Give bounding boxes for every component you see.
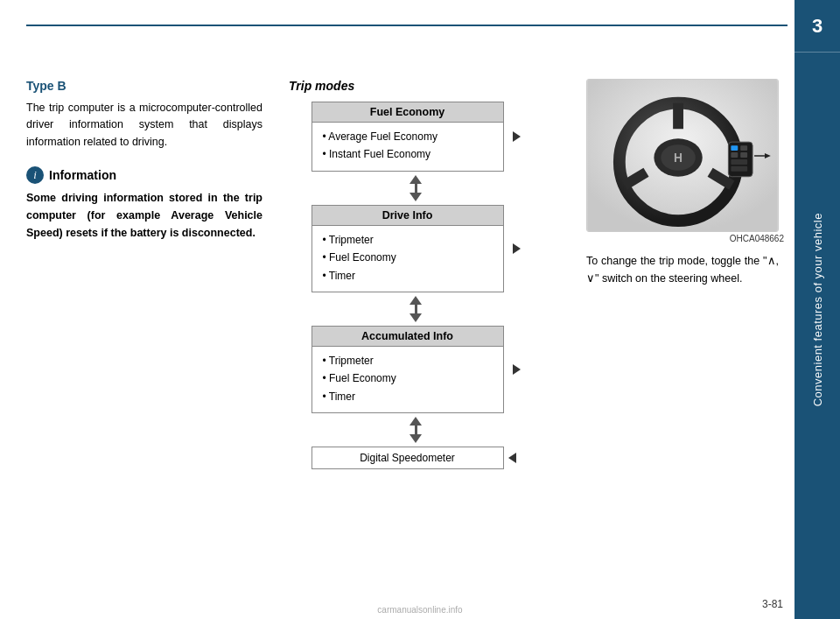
drive-info-body: • Tripmeter • Fuel Economy • Timer [312,226,503,292]
sidebar-tab: 3 Convenient features of your vehicle [794,0,840,619]
sidebar-label: Convenient features of your vehicle [811,213,824,406]
svg-rect-12 [740,152,747,158]
list-item: • Tripmeter [323,231,493,249]
arrow-line [415,305,417,313]
accumulated-info-header: Accumulated Info [312,327,503,347]
list-item: • Timer [323,267,493,285]
list-item: • Fuel Economy [323,369,493,387]
arrow-up-icon [410,417,422,426]
arrow-up-icon [410,296,422,305]
intro-text: The trip computer is a microcomputer-con… [26,100,262,151]
list-item: • Timer [323,388,493,405]
arrow-1 [410,175,422,201]
info-box: i Information Some driving information s… [26,166,262,242]
list-item: • Instant Fuel Economy [323,145,493,163]
arrow-down-icon [410,313,422,322]
steering-wheel-svg: H [587,80,778,231]
info-icon: i [26,166,44,184]
list-item: • Average Fuel Economy [323,128,493,145]
left-arrow-speed [508,453,521,463]
right-description: To change the trip mode, toggle the "∧, … [586,252,779,287]
main-content: Type B The trip computer is a microcompu… [26,35,788,593]
digital-speedometer-label: Digital Speedometer [312,447,503,468]
type-b-title: Type B [26,79,262,93]
svg-rect-9 [731,145,738,151]
arrow-down-icon [410,193,422,201]
svg-text:H: H [674,151,682,165]
arrow-line [415,426,417,434]
left-column: Type B The trip computer is a microcompu… [26,79,262,242]
right-arrow-accum [508,364,521,375]
svg-rect-14 [731,166,747,172]
arrow-3 [410,417,422,443]
fuel-economy-row: Fuel Economy • Average Fuel Economy • In… [312,102,521,172]
accumulated-info-box: Accumulated Info • Tripmeter • Fuel Econ… [312,326,504,413]
drive-info-header: Drive Info [312,206,503,226]
arrow-up-icon [410,175,422,184]
drive-info-box: Drive Info • Tripmeter • Fuel Economy • … [312,205,504,292]
fuel-economy-box: Fuel Economy • Average Fuel Economy • In… [312,102,504,172]
chapter-number: 3 [794,0,840,53]
drive-info-row: Drive Info • Tripmeter • Fuel Economy • … [312,205,521,292]
arrow-line [415,184,417,193]
digital-speedometer-box: Digital Speedometer [312,447,504,469]
accumulated-info-row: Accumulated Info • Tripmeter • Fuel Econ… [312,326,521,413]
steering-wheel-image: H [586,79,779,232]
trip-modes-title: Trip modes [289,79,542,93]
svg-rect-13 [731,159,747,165]
info-header: i Information [26,166,262,184]
digital-speedometer-row: Digital Speedometer [312,447,521,469]
fuel-economy-header: Fuel Economy [312,102,503,123]
right-arrow-drive [508,243,521,254]
page-number: 3-81 [762,598,783,610]
image-caption: OHCA048662 [586,234,784,243]
watermark: carmanualsonline.info [377,605,462,615]
accumulated-info-body: • Tripmeter • Fuel Economy • Timer [312,347,503,412]
info-title: Information [49,168,116,182]
list-item: • Fuel Economy [323,249,493,266]
fuel-economy-body: • Average Fuel Economy • Instant Fuel Ec… [312,123,503,171]
svg-rect-11 [731,152,738,158]
svg-rect-10 [740,145,747,151]
list-item: • Tripmeter [323,352,493,369]
arrow-2 [410,296,422,322]
right-column: H OHCA048662 To change the trip mode, to… [586,79,788,287]
arrow-down-icon [410,434,422,443]
top-line [26,25,788,26]
trip-modes-diagram: Fuel Economy • Average Fuel Economy • In… [289,102,542,469]
right-arrow-fuel [508,131,521,142]
middle-column: Trip modes Fuel Economy • Average Fuel E… [289,79,542,469]
info-body: Some driving information stored in the t… [26,189,262,242]
